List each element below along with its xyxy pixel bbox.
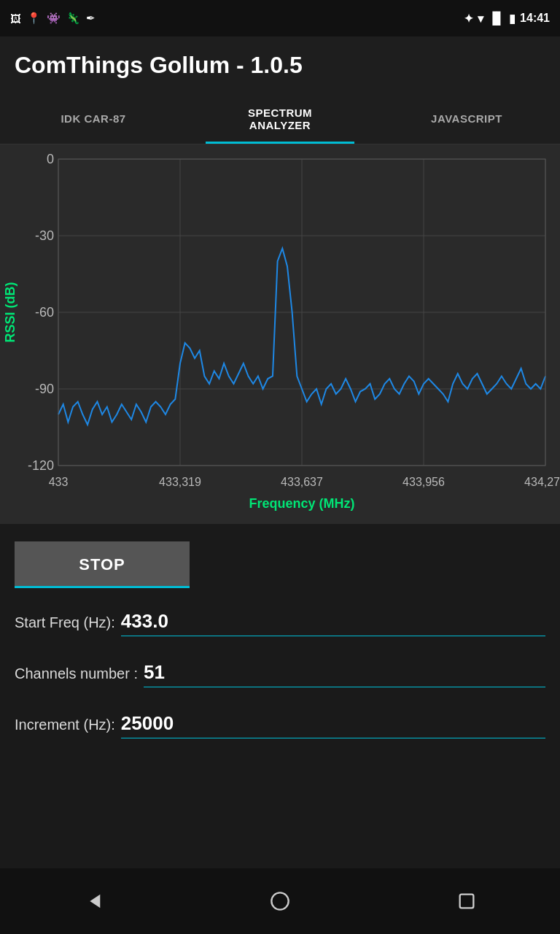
recents-button[interactable] — [448, 883, 485, 919]
image-icon: 🖼 — [10, 12, 21, 25]
stop-button[interactable]: STOP — [15, 541, 190, 588]
channels-number-value[interactable]: 51 — [144, 661, 545, 687]
start-freq-value[interactable]: 433.0 — [121, 610, 545, 636]
svg-point-1 — [271, 892, 288, 909]
tab-bar: IDK CAR-87 SPECTRUMANALYZER JAVASCRIPT — [0, 93, 560, 144]
tab-javascript[interactable]: JAVASCRIPT — [373, 93, 560, 144]
tab-idk-car[interactable]: IDK CAR-87 — [0, 93, 187, 144]
dino-icon: 🦎 — [66, 12, 80, 25]
bluetooth-icon: ✦ — [464, 12, 473, 26]
app-title: ComThings Gollum - 1.0.5 — [15, 52, 303, 79]
signal-icon: ▐▌ — [488, 12, 505, 25]
increment-value[interactable]: 25000 — [121, 712, 545, 738]
app-header: ComThings Gollum - 1.0.5 — [0, 36, 560, 93]
status-icons-left: 🖼 📍 👾 🦎 ✒ — [10, 12, 96, 25]
tab-spectrum-analyzer[interactable]: SPECTRUMANALYZER — [187, 93, 373, 144]
svg-marker-0 — [90, 895, 100, 908]
home-button[interactable] — [262, 883, 298, 919]
pen-icon: ✒ — [86, 12, 96, 25]
spectrum-chart — [0, 144, 560, 524]
wifi-icon: ▾ — [478, 12, 483, 26]
channels-number-row: Channels number : 51 — [15, 661, 545, 692]
start-freq-label: Start Freq (Hz): — [15, 614, 115, 631]
bottom-nav — [0, 868, 560, 934]
status-bar: 🖼 📍 👾 🦎 ✒ ✦ ▾ ▐▌ ▮ 14:41 — [0, 0, 560, 36]
back-button[interactable] — [75, 883, 112, 919]
svg-rect-2 — [460, 895, 474, 908]
channels-number-label: Channels number : — [15, 665, 138, 682]
location-icon: 📍 — [27, 12, 41, 25]
start-freq-row: Start Freq (Hz): 433.0 — [15, 610, 545, 641]
bug-icon: 👾 — [47, 12, 61, 25]
increment-label: Increment (Hz): — [15, 717, 115, 733]
increment-row: Increment (Hz): 25000 — [15, 712, 545, 743]
controls-area: STOP Start Freq (Hz): 433.0 Channels num… — [0, 524, 560, 743]
battery-icon: ▮ — [509, 12, 516, 26]
status-icons-right: ✦ ▾ ▐▌ ▮ 14:41 — [464, 12, 550, 26]
clock: 14:41 — [520, 12, 550, 25]
chart-canvas — [0, 144, 560, 524]
